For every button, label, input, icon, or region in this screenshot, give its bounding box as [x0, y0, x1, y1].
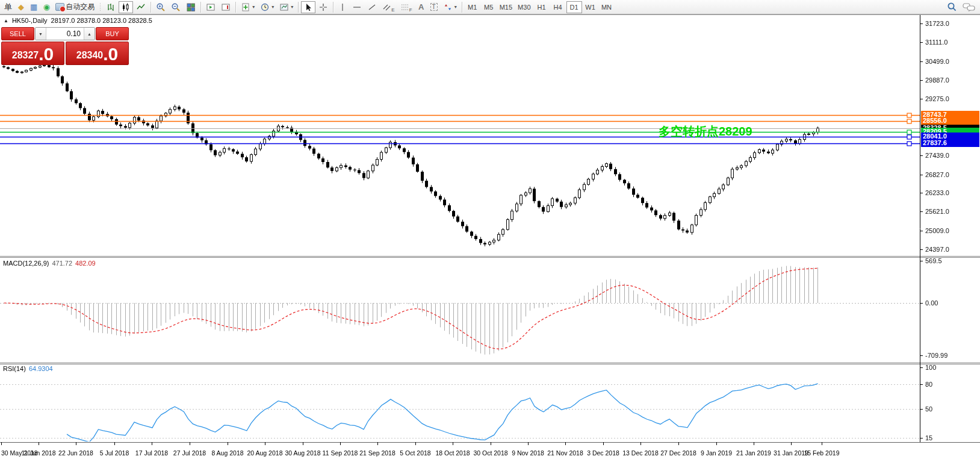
symbol-period-label: HK50-,Daily: [12, 17, 48, 24]
add-indicator-icon: [241, 2, 250, 12]
arrows-button[interactable]: ▾: [441, 1, 459, 13]
volume-decrease-button[interactable]: ▼: [36, 28, 46, 40]
tile-windows-icon: [186, 2, 196, 12]
chart-title-row: ▲ HK50-,Daily 28197.0 28378.0 28123.0 28…: [4, 17, 152, 24]
vertical-line-button[interactable]: [336, 1, 349, 13]
timeframe-button-h4[interactable]: H4: [550, 1, 566, 13]
horizontal-line-icon: [352, 2, 362, 12]
market-watch-button[interactable]: ◆: [15, 1, 27, 13]
macd-value-2: 482.09: [75, 260, 96, 267]
chevron-down-icon: ▾: [291, 4, 293, 10]
auto-scroll-button[interactable]: [203, 1, 218, 13]
cursor-button[interactable]: [301, 1, 315, 13]
toolbar-separator: [298, 2, 299, 13]
timeframe-button-h1[interactable]: H1: [534, 1, 550, 13]
timeframe-button-mn[interactable]: MN: [599, 1, 615, 13]
sell-price-main: 28327: [12, 48, 39, 63]
toolbar-separator: [333, 2, 333, 13]
text-label-button[interactable]: T: [428, 1, 440, 13]
toolbar-separator: [150, 2, 151, 13]
timeframe-button-m15[interactable]: M15: [497, 1, 515, 13]
text-label-icon: T: [430, 3, 438, 11]
chevron-down-icon: ▾: [252, 4, 255, 10]
clock-icon: [260, 2, 270, 12]
channel-sub-label: E: [391, 7, 394, 13]
macd-label-row: MACD(12,26,9) 471.72 482.09: [3, 260, 96, 267]
data-window-button[interactable]: ▦: [28, 1, 40, 13]
toolbar-grip: [99, 2, 101, 12]
horizontal-line-button[interactable]: [350, 1, 364, 13]
price-chart-canvas[interactable]: [0, 14, 980, 465]
text-tool-button[interactable]: A: [415, 1, 427, 13]
toolbar-separator: [235, 2, 236, 13]
chart-annotation-text: 多空转折点28209: [659, 123, 752, 140]
sell-price-button[interactable]: 28327 .0: [1, 42, 64, 65]
buy-price-button[interactable]: 28340 .0: [66, 42, 129, 65]
arrows-icon: [443, 2, 453, 12]
collapse-panel-icon[interactable]: ▲: [4, 18, 8, 23]
timeframe-button-w1[interactable]: W1: [583, 1, 598, 13]
timeframe-group: M1M5M15M30H1H4D1W1MN: [465, 1, 615, 13]
mt4-window: 单 ◆ ▦ ◉ 自动交易: [0, 0, 980, 465]
signal-icon: ◉: [43, 3, 50, 11]
periods-button[interactable]: ▾: [258, 1, 276, 13]
zoom-out-button[interactable]: [169, 1, 183, 13]
text-tool-icon: A: [418, 2, 424, 11]
fibonacci-icon: [400, 2, 409, 12]
template-icon: [279, 2, 289, 12]
templates-button[interactable]: ▾: [277, 1, 296, 13]
sell-button[interactable]: SELL: [1, 27, 34, 40]
macd-name: MACD(12,26,9): [3, 260, 49, 267]
toolbar-separator: [200, 2, 201, 13]
new-order-label: 单: [4, 2, 12, 13]
buy-price-fraction: .0: [103, 45, 118, 63]
autotrading-button[interactable]: 自动交易: [53, 1, 97, 13]
rsi-value: 64.9304: [29, 365, 53, 372]
chat-button[interactable]: [960, 1, 978, 13]
market-watch-icon: ◆: [18, 3, 24, 11]
crosshair-button[interactable]: [316, 1, 330, 13]
search-button[interactable]: [944, 1, 960, 13]
candlestick-chart-button[interactable]: [119, 1, 133, 13]
trendline-button[interactable]: [365, 1, 379, 13]
volume-stepper: ▼ 0.10 ▲: [35, 27, 95, 40]
data-window-icon: ▦: [30, 3, 37, 11]
volume-value[interactable]: 0.10: [46, 28, 84, 40]
zoom-in-button[interactable]: [154, 1, 168, 13]
trendline-icon: [367, 2, 377, 12]
sell-button-label: SELL: [10, 30, 26, 37]
indicators-button[interactable]: ▾: [238, 1, 257, 13]
auto-scroll-icon: [206, 2, 216, 12]
toolbar-separator: [462, 2, 462, 13]
vertical-line-icon: [338, 2, 347, 12]
toolbar: 单 ◆ ▦ ◉ 自动交易: [0, 0, 980, 14]
chart-shift-button[interactable]: [219, 1, 233, 13]
one-click-trading-panel: SELL ▼ 0.10 ▲ BUY 28327 .0 28340 .0: [1, 27, 129, 65]
navigator-button[interactable]: ◉: [40, 1, 52, 13]
new-order-button[interactable]: 单: [2, 1, 14, 13]
volume-increase-button[interactable]: ▲: [84, 28, 95, 40]
candlestick-chart-icon: [121, 2, 131, 12]
timeframe-button-m30[interactable]: M30: [515, 1, 533, 13]
zoom-out-icon: [171, 2, 181, 12]
tile-windows-button[interactable]: [184, 1, 198, 13]
rsi-label-row: RSI(14) 64.9304: [3, 365, 53, 372]
zoom-in-icon: [156, 2, 166, 12]
line-chart-button[interactable]: [134, 1, 148, 13]
autotrading-icon: [55, 3, 64, 11]
cursor-icon: [303, 2, 313, 12]
timeframe-button-m5[interactable]: M5: [481, 1, 497, 13]
channel-icon: [382, 2, 391, 12]
chart-shift-icon: [221, 2, 231, 12]
equidistant-channel-button[interactable]: E: [380, 1, 397, 13]
bar-chart-button[interactable]: [104, 1, 118, 13]
fibonacci-button[interactable]: F: [398, 1, 415, 13]
timeframe-button-d1[interactable]: D1: [566, 1, 582, 13]
line-chart-icon: [136, 2, 146, 12]
buy-price-main: 28340: [76, 48, 104, 63]
chat-icon: [963, 2, 976, 12]
rsi-name: RSI(14): [3, 365, 26, 372]
buy-button-label: BUY: [105, 30, 119, 37]
buy-button[interactable]: BUY: [96, 27, 129, 40]
timeframe-button-m1[interactable]: M1: [465, 1, 480, 13]
